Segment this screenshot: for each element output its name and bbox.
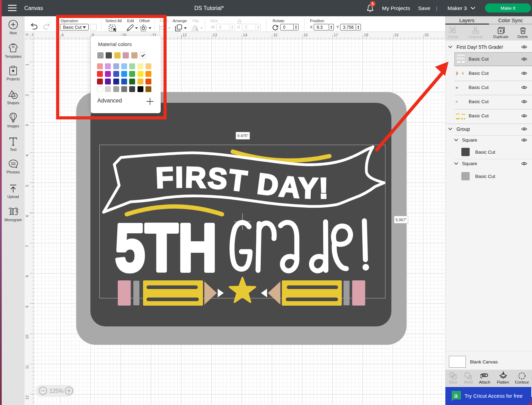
svg-text:Gr: Gr xyxy=(462,57,465,60)
svg-text:a: a xyxy=(454,392,458,399)
